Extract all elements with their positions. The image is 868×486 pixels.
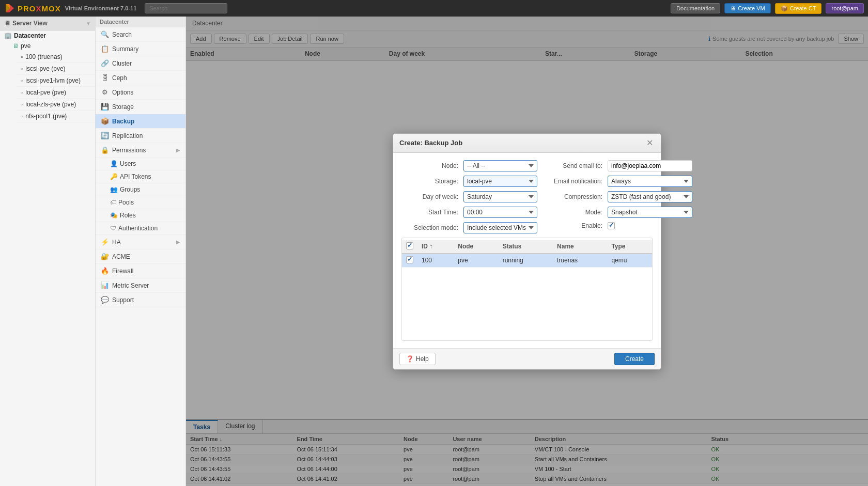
sidebar-item-summary[interactable]: 📋 Summary [96, 42, 185, 56]
sidebar-item-acme[interactable]: 🔐 ACME [96, 249, 185, 264]
start-time-row: Start Time: 00:00 [401, 207, 537, 218]
vm-type-cell: qemu [607, 254, 652, 268]
acme-icon: 🔐 [101, 253, 109, 260]
dialog-footer: ❓ Help Create [393, 348, 661, 369]
vm-status-cell: running [499, 254, 553, 268]
chevron-down-icon: ▼ [86, 21, 91, 26]
create-ct-button[interactable]: 📦 Create CT [775, 3, 822, 14]
mode-select[interactable]: Snapshot [608, 207, 692, 218]
tree-datacenter[interactable]: 🏢 Datacenter [0, 30, 95, 41]
summary-icon: 📋 [101, 45, 109, 53]
sidebar-item-options[interactable]: ⚙ Options [96, 85, 185, 100]
vm-col-name: Name [553, 240, 607, 254]
vm-col-id: ID ↑ [417, 240, 454, 254]
permissions-expand-icon: ▶ [176, 147, 180, 153]
day-select[interactable]: Saturday [463, 191, 537, 202]
dialog-header: Create: Backup Job ✕ [393, 134, 661, 153]
users-icon: 👤 [110, 160, 118, 167]
sidebar-item-authentication[interactable]: 🛡 Authentication [96, 222, 185, 235]
datacenter-icon: 🏢 [4, 32, 12, 39]
sidebar-item-cluster[interactable]: 🔗 Cluster [96, 56, 185, 71]
content-area: Datacenter Add Remove Edit Job Detail Ru… [186, 17, 868, 486]
roles-icon: 🎭 [110, 212, 118, 219]
dialog-body: Node: -- All -- Storage: local-pve [393, 153, 661, 348]
mode-row: Mode: Snapshot [546, 207, 692, 218]
tree-item-nfs-pool1[interactable]: ▫ nfs-pool1 (pve) [17, 111, 95, 122]
box-icon: 📦 [781, 5, 788, 12]
dialog-close-button[interactable]: ✕ [644, 138, 655, 148]
vm-table: ID ↑ Node Status Name Type [402, 240, 652, 268]
storage-icon-3: ▫ [21, 89, 23, 96]
email-notif-label: Email notification: [546, 178, 608, 185]
selection-label: Selection mode: [401, 224, 463, 231]
sidebar-item-pools[interactable]: 🏷 Pools [96, 196, 185, 209]
support-icon: 💬 [101, 296, 109, 304]
topbar: PROXMOX Virtual Environment 7.0-11 Docum… [0, 0, 868, 17]
tree-pve-node[interactable]: 🖥 pve [0, 41, 95, 51]
compression-label: Compression: [546, 193, 608, 200]
storage-icon-1: ▫ [21, 65, 23, 72]
sidebar-item-api-tokens[interactable]: 🔑 API Tokens [96, 170, 185, 183]
compression-select[interactable]: ZSTD (fast and good) [608, 191, 692, 202]
vm-select-all-checkbox[interactable] [406, 242, 413, 249]
sidebar-item-search[interactable]: 🔍 Search [96, 27, 185, 42]
pve-icon: 🖥 [12, 42, 19, 50]
email-notif-row: Email notification: Always [546, 176, 692, 187]
api-tokens-icon: 🔑 [110, 173, 118, 180]
storage-nav-icon: 💾 [101, 103, 109, 111]
sidebar-item-backup[interactable]: 📦 Backup [96, 114, 185, 129]
start-time-select[interactable]: 00:00 [463, 207, 537, 218]
vm-icon: ▪ [21, 53, 23, 60]
sidebar-item-ha[interactable]: ⚡ HA ▶ [96, 235, 185, 249]
metric-server-icon: 📊 [101, 281, 109, 289]
right-col: Send email to: Email notification: Alway… [546, 160, 692, 238]
sidebar-item-permissions[interactable]: 🔒 Permissions ▶ [96, 143, 185, 158]
day-label: Day of week: [401, 193, 463, 200]
sidebar-item-replication[interactable]: 🔄 Replication [96, 129, 185, 143]
search-input[interactable] [145, 3, 227, 13]
sidebar-item-groups[interactable]: 👥 Groups [96, 183, 185, 196]
start-time-label: Start Time: [401, 209, 463, 216]
table-row[interactable]: 100 pve running truenas qemu [402, 254, 652, 268]
send-email-row: Send email to: [546, 160, 692, 171]
node-label: Node: [401, 162, 463, 169]
tree-item-local-zfs-pve[interactable]: ▫ local-zfs-pve (pve) [17, 99, 95, 111]
send-email-input[interactable] [608, 160, 692, 171]
sidebar-item-users[interactable]: 👤 Users [96, 158, 185, 170]
sidebar-item-roles[interactable]: 🎭 Roles [96, 209, 185, 222]
ha-expand-icon: ▶ [176, 239, 180, 245]
send-email-label: Send email to: [546, 162, 608, 169]
nav-context: Datacenter [96, 17, 185, 27]
vm-col-check [402, 240, 417, 254]
vm-col-status: Status [499, 240, 553, 254]
sidebar-item-support[interactable]: 💬 Support [96, 293, 185, 307]
app-title: Virtual Environment 7.0-11 [65, 5, 137, 11]
sidebar-item-firewall[interactable]: 🔥 Firewall [96, 264, 185, 278]
tree-item-local-pve[interactable]: ▫ local-pve (pve) [17, 87, 95, 99]
tree-item-iscsi-pve[interactable]: ▫ iscsi-pve (pve) [17, 63, 95, 75]
dialog-title: Create: Backup Job [399, 139, 462, 147]
user-menu-button[interactable]: root@pam [826, 3, 864, 13]
enable-checkbox[interactable] [608, 222, 615, 229]
permissions-icon: 🔒 [101, 146, 109, 154]
sidebar-item-storage[interactable]: 💾 Storage [96, 100, 185, 114]
selection-select[interactable]: Include selected VMs [463, 222, 537, 233]
storage-row: Storage: local-pve [401, 176, 537, 187]
documentation-button[interactable]: Documentation [671, 3, 720, 13]
vm-name-cell: truenas [553, 254, 607, 268]
vm-row-checkbox[interactable] [406, 256, 413, 263]
sidebar-item-ceph[interactable]: 🗄 Ceph [96, 71, 185, 85]
tree-item-iscsi-pve1-lvm[interactable]: ▫ iscsi-pve1-lvm (pve) [17, 75, 95, 87]
sidebar-item-metric-server[interactable]: 📊 Metric Server [96, 278, 185, 293]
email-notif-select[interactable]: Always [608, 176, 692, 187]
help-button[interactable]: ❓ Help [399, 353, 436, 365]
groups-icon: 👥 [110, 186, 118, 193]
create-vm-button[interactable]: 🖥 Create VM [724, 3, 771, 13]
authentication-icon: 🛡 [110, 225, 116, 232]
node-select[interactable]: -- All -- [463, 160, 537, 171]
tree-item-100[interactable]: ▪ 100 (truenas) [17, 51, 95, 63]
pools-icon: 🏷 [110, 199, 116, 206]
storage-select[interactable]: local-pve [463, 176, 537, 187]
create-button[interactable]: Create [614, 353, 655, 365]
logo: PROXMOX Virtual Environment 7.0-11 [4, 3, 136, 14]
